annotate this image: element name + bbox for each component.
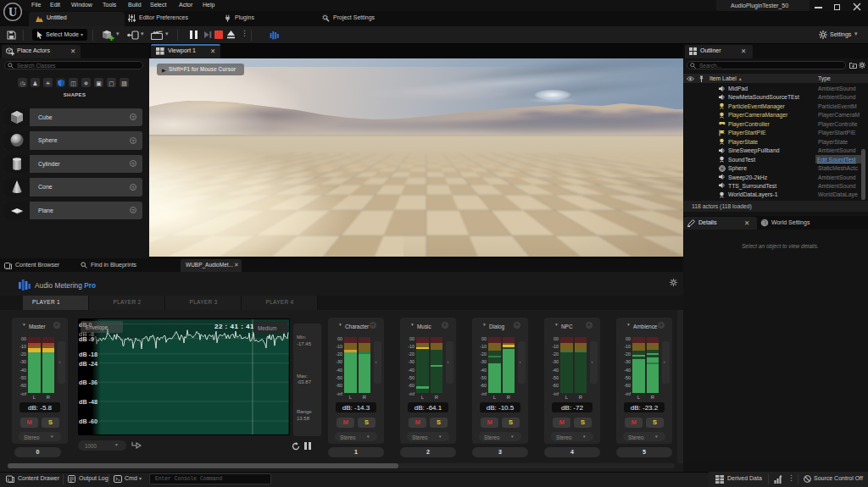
svg-text:U: U bbox=[8, 6, 17, 19]
